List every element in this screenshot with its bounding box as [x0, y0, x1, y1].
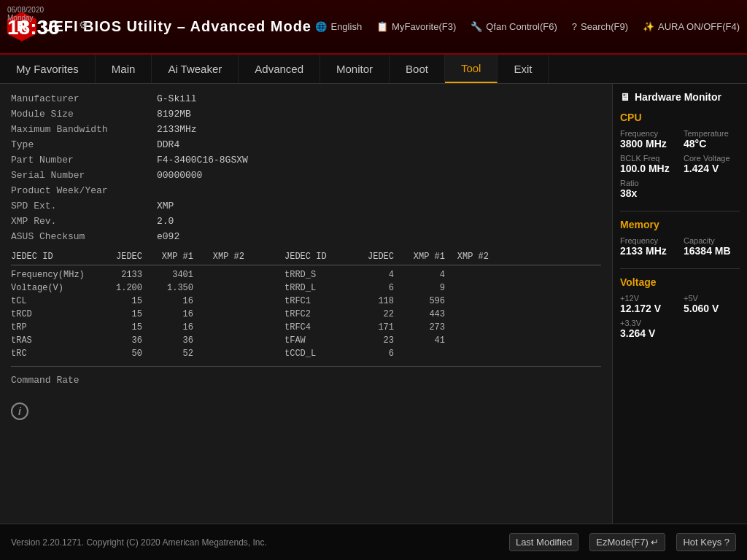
jedec-section: JEDEC ID JEDEC XMP #1 XMP #2 JEDEC ID JE…	[11, 252, 601, 367]
footer-version: Version 2.20.1271. Copyright (C) 2020 Am…	[11, 537, 267, 548]
jedec-val-xmp1-0: 3401	[142, 270, 193, 280]
sidebar-voltage-title: Voltage	[620, 276, 740, 288]
jedec-val-xmp1-3: 16	[142, 309, 193, 319]
hot-keys-button[interactable]: Hot Keys ?	[676, 533, 736, 551]
memory-info-table: Manufacturer G-Skill Module Size 8192MB …	[11, 91, 601, 244]
sidebar-title: 🖥 Hardware Monitor	[620, 91, 740, 103]
memory-capacity-metric: Capacity 16384 MB	[684, 236, 740, 257]
sidebar-divider-2	[620, 268, 740, 269]
last-modified-button[interactable]: Last Modified	[509, 533, 578, 551]
jedec-val2-xmp2-6	[445, 349, 489, 359]
info-type: Type DDR4	[11, 137, 601, 152]
header-controls: 🌐 English 📋 MyFavorite(F3) 🔧 Qfan Contro…	[315, 21, 740, 32]
jedec-param2-0: tRRD_S	[285, 270, 343, 280]
jedec-param-2: tCL	[11, 296, 91, 306]
monitor-icon: 🖥	[620, 91, 630, 103]
jedec-val2-jedec-1: 6	[343, 283, 394, 293]
jedec-val-jedec-5: 36	[91, 335, 142, 346]
ez-mode-button[interactable]: EzMode(F7) ↵	[589, 533, 665, 551]
jedec-row: tRP 15 16 tRFC4 171 273	[11, 321, 601, 334]
jedec-val2-xmp1-4: 273	[394, 322, 445, 332]
jedec-val-xmp2-5	[193, 335, 244, 346]
sidebar-memory-section: Memory Frequency 2133 MHz Capacity 16384…	[620, 219, 740, 257]
cpu-bclk-metric: BCLK Freq 100.0 MHz	[620, 154, 676, 174]
nav-main[interactable]: Main	[96, 55, 152, 83]
header-time: 18:36	[7, 16, 60, 39]
info-product-week: Product Week/Year	[11, 183, 601, 198]
qfan-control[interactable]: 🔧 Qfan Control(F6)	[471, 21, 557, 32]
jedec-val2-xmp1-5: 41	[394, 335, 445, 346]
nav-advanced[interactable]: Advanced	[239, 55, 320, 83]
voltage-33v-metric: +3.3V 3.264 V	[620, 319, 740, 339]
jedec-val-jedec-4: 15	[91, 322, 142, 332]
nav-ai-tweaker[interactable]: Ai Tweaker	[152, 55, 239, 83]
jedec-param-5: tRAS	[11, 335, 91, 346]
aura-icon: ✨	[643, 21, 654, 32]
command-rate-row: Command Rate	[11, 373, 601, 388]
jedec-val-xmp2-4	[193, 322, 244, 332]
info-manufacturer: Manufacturer G-Skill	[11, 91, 601, 106]
nav-monitor[interactable]: Monitor	[320, 55, 390, 83]
myfavorite-control[interactable]: 📋 MyFavorite(F3)	[376, 21, 456, 32]
jedec-row: Frequency(MHz) 2133 3401 tRRD_S 4 4	[11, 268, 601, 281]
info-icon-wrapper: i	[11, 402, 601, 420]
memory-frequency-metric: Frequency 2133 MHz	[620, 236, 676, 257]
aura-control[interactable]: ✨ AURA ON/OFF(F4)	[643, 21, 740, 32]
jedec-val-xmp1-5: 36	[142, 335, 193, 346]
jedec-param2-6: tCCD_L	[285, 349, 343, 359]
jedec-val2-xmp1-3: 443	[394, 309, 445, 319]
info-part-number: Part Number F4-3400C16-8GSXW	[11, 152, 601, 168]
nav-tool[interactable]: Tool	[445, 55, 498, 83]
fan-icon: 🔧	[471, 21, 482, 32]
jedec-val-jedec-1: 1.200	[91, 283, 142, 293]
jedec-param2-5: tFAW	[285, 335, 343, 346]
footer-left: Version 2.20.1271. Copyright (C) 2020 Am…	[11, 537, 267, 548]
jedec-val2-xmp1-2: 596	[394, 296, 445, 306]
search-icon: ?	[572, 21, 577, 32]
sidebar: 🖥 Hardware Monitor CPU Frequency 3800 MH…	[612, 84, 747, 524]
jedec-col-jedec2-header: JEDEC	[343, 252, 394, 262]
jedec-col-xmp1b-header: XMP #1	[394, 252, 445, 262]
jedec-col-jedec-header: JEDEC	[91, 252, 142, 262]
jedec-row: tRCD 15 16 tRFC2 22 443	[11, 308, 601, 321]
jedec-val-xmp2-6	[193, 349, 244, 359]
info-module-size: Module Size 8192MB	[11, 106, 601, 122]
cpu-temperature-metric: Temperature 48°C	[684, 129, 740, 149]
voltage-12v-metric: +12V 12.172 V	[620, 294, 676, 314]
nav-exit[interactable]: Exit	[498, 55, 549, 83]
nav-boot[interactable]: Boot	[390, 55, 445, 83]
jedec-row: tRC 50 52 tCCD_L 6	[11, 347, 601, 360]
jedec-val-xmp1-1: 1.350	[142, 283, 193, 293]
jedec-param2-4: tRFC4	[285, 322, 343, 332]
gear-icon[interactable]: ⚙	[79, 19, 88, 31]
english-control[interactable]: 🌐 English	[315, 21, 362, 32]
sidebar-memory-title: Memory	[620, 219, 740, 230]
jedec-val-xmp1-6: 52	[142, 349, 193, 359]
jedec-val-jedec-6: 50	[91, 349, 142, 359]
jedec-val2-xmp2-3	[445, 309, 489, 319]
jedec-val2-xmp2-0	[445, 270, 489, 280]
nav-my-favorites[interactable]: My Favorites	[0, 55, 96, 83]
info-icon: i	[11, 402, 28, 420]
header: R UEFI BIOS Utility – Advanced Mode 06/0…	[0, 0, 747, 55]
jedec-val2-xmp1-0: 4	[394, 270, 445, 280]
info-spd-ext: SPD Ext. XMP	[11, 198, 601, 214]
jedec-val2-xmp2-2	[445, 296, 489, 306]
jedec-col-xmp1-header: XMP #1	[142, 252, 193, 262]
jedec-param2-2: tRFC1	[285, 296, 343, 306]
sidebar-divider-1	[620, 211, 740, 211]
footer: Version 2.20.1271. Copyright (C) 2020 Am…	[0, 524, 747, 560]
jedec-val2-xmp1-1: 9	[394, 283, 445, 293]
sidebar-cpu-section: CPU Frequency 3800 MHz Temperature 48°C …	[620, 112, 740, 199]
search-control[interactable]: ? Search(F9)	[572, 21, 628, 32]
footer-right: Last Modified EzMode(F7) ↵ Hot Keys ?	[509, 533, 736, 551]
info-xmp-rev: XMP Rev. 2.0	[11, 214, 601, 229]
jedec-row: tRAS 36 36 tFAW 23 41	[11, 334, 601, 347]
nav-bar: My Favorites Main Ai Tweaker Advanced Mo…	[0, 55, 747, 84]
jedec-col-param-header: JEDEC ID	[11, 252, 91, 262]
jedec-val-xmp2-2	[193, 296, 244, 306]
jedec-row: tCL 15 16 tRFC1 118 596	[11, 295, 601, 308]
jedec-val2-xmp2-4	[445, 322, 489, 332]
voltage-5v-metric: +5V 5.060 V	[684, 294, 740, 314]
jedec-val2-xmp2-5	[445, 335, 489, 346]
